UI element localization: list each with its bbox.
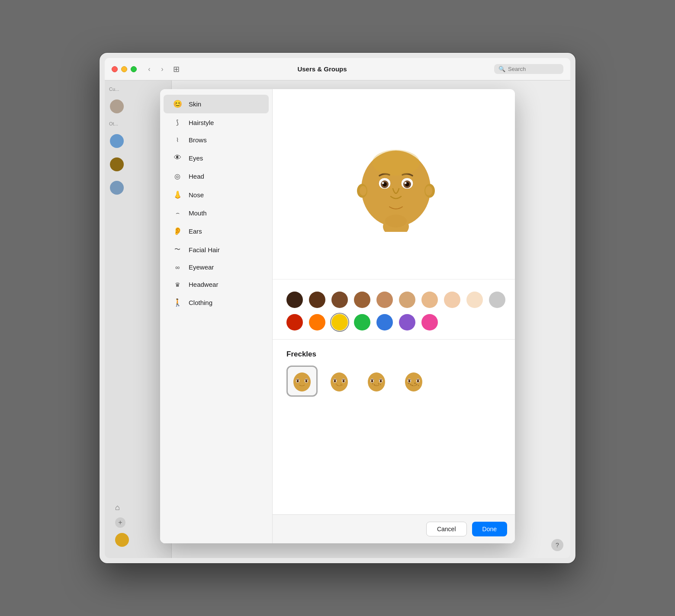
brows-icon: ⌇ [172, 137, 183, 143]
color-swatch-c7[interactable] [421, 292, 438, 308]
category-eyewear[interactable]: ∞ Eyewear [164, 259, 269, 276]
titlebar: ‹ › ⊞ Users & Groups 🔍 [105, 58, 570, 80]
svg-point-36 [380, 380, 382, 382]
color-swatch-c3[interactable] [331, 292, 348, 308]
category-nose[interactable]: 👃 Nose [164, 186, 269, 204]
svg-point-21 [297, 380, 299, 382]
svg-point-18 [293, 372, 311, 391]
color-grid [286, 292, 505, 330]
freckle-option-0[interactable] [286, 366, 318, 397]
color-swatch-c9[interactable] [466, 292, 483, 308]
svg-point-5 [425, 186, 432, 196]
svg-point-26 [334, 380, 336, 382]
color-row-2 [286, 314, 505, 330]
svg-point-27 [343, 380, 345, 382]
category-mouth[interactable]: ⌢ Mouth [164, 205, 269, 221]
search-input[interactable] [508, 66, 559, 72]
done-button[interactable]: Done [472, 522, 507, 536]
svg-point-30 [341, 384, 341, 385]
color-swatch-r3[interactable] [331, 314, 348, 330]
category-skin[interactable]: 😊 Skin [164, 95, 269, 113]
modal-overlay: 😊 Skin ⟆ Hairstyle ⌇ Brows 👁 [105, 80, 570, 558]
maximize-button[interactable] [131, 66, 137, 72]
freckle-option-1[interactable] [324, 366, 355, 397]
freckles-title: Freckles [286, 350, 505, 359]
svg-point-42 [405, 372, 422, 391]
color-swatch-r6[interactable] [399, 314, 415, 330]
color-swatch-r2[interactable] [309, 314, 325, 330]
svg-point-50 [414, 382, 416, 384]
svg-point-32 [368, 372, 385, 391]
color-swatch-r4[interactable] [354, 314, 370, 330]
category-head[interactable]: ◎ Head [164, 167, 269, 185]
category-brows[interactable]: ⌇ Brows [164, 132, 269, 148]
color-swatch-c1[interactable] [286, 292, 303, 308]
svg-point-23 [331, 372, 348, 391]
headwear-icon: ♛ [172, 281, 183, 288]
avatar-preview [273, 89, 515, 279]
svg-point-13 [405, 182, 407, 184]
color-swatch-r1[interactable] [286, 314, 303, 330]
minimize-button[interactable] [121, 66, 127, 72]
category-hairstyle[interactable]: ⟆ Hairstyle [164, 114, 269, 131]
traffic-lights [112, 66, 137, 72]
svg-point-22 [305, 380, 308, 382]
color-swatch-r5[interactable] [376, 314, 393, 330]
mouth-icon: ⌢ [172, 209, 183, 217]
modal-footer: Cancel Done [273, 514, 515, 543]
right-panel: Freckles [273, 89, 515, 543]
hairstyle-icon: ⟆ [172, 119, 183, 126]
category-ears[interactable]: 👂 Ears [164, 222, 269, 241]
colors-section [273, 279, 515, 340]
svg-point-16 [372, 150, 420, 176]
category-eyes[interactable]: 👁 Eyes [164, 149, 269, 167]
color-swatch-c8[interactable] [444, 292, 460, 308]
svg-point-35 [371, 380, 373, 382]
svg-point-3 [360, 186, 366, 196]
color-swatch-c4[interactable] [354, 292, 370, 308]
svg-point-29 [337, 385, 338, 385]
freckles-row [286, 366, 505, 397]
freckle-option-3[interactable] [398, 366, 429, 397]
window-title: Users & Groups [150, 65, 494, 73]
search-icon: 🔍 [498, 66, 505, 72]
svg-point-39 [376, 385, 376, 385]
color-swatch-c10[interactable] [489, 292, 505, 308]
facial-hair-icon: 〜 [172, 246, 183, 253]
window-inner: ‹ › ⊞ Users & Groups 🔍 Cu... Ot... [105, 58, 570, 558]
content-area: Cu... Ot... ⌂ + [105, 80, 570, 558]
svg-point-49 [412, 385, 413, 386]
svg-point-12 [382, 182, 384, 184]
svg-point-40 [378, 383, 379, 385]
close-button[interactable] [112, 66, 118, 72]
color-swatch-r7[interactable] [421, 314, 438, 330]
freckle-option-2[interactable] [361, 366, 392, 397]
category-headwear[interactable]: ♛ Headwear [164, 276, 269, 293]
svg-point-31 [342, 385, 343, 385]
search-box: 🔍 [494, 64, 563, 74]
clothing-icon: 🚶 [172, 298, 183, 307]
mac-window: ‹ › ⊞ Users & Groups 🔍 Cu... Ot... [100, 53, 575, 563]
category-facial-hair[interactable]: 〜 Facial Hair [164, 241, 269, 258]
svg-point-47 [408, 382, 410, 384]
help-button[interactable]: ? [551, 539, 563, 551]
svg-point-17 [385, 215, 407, 228]
svg-point-37 [372, 383, 373, 385]
svg-point-51 [416, 384, 418, 385]
skin-icon: 😊 [172, 99, 183, 109]
eyes-icon: 👁 [172, 154, 183, 162]
freckles-section: Freckles [273, 340, 515, 514]
svg-point-41 [380, 384, 381, 385]
modal: 😊 Skin ⟆ Hairstyle ⌇ Brows 👁 [160, 89, 515, 543]
svg-point-52 [418, 385, 419, 386]
color-row-1 [286, 292, 505, 308]
svg-point-48 [410, 384, 411, 385]
svg-point-45 [408, 380, 411, 382]
color-swatch-c6[interactable] [399, 292, 415, 308]
color-swatch-c2[interactable] [309, 292, 325, 308]
cancel-button[interactable]: Cancel [426, 522, 467, 536]
nose-icon: 👃 [172, 190, 183, 199]
color-swatch-c5[interactable] [376, 292, 393, 308]
eyewear-icon: ∞ [172, 264, 183, 271]
category-clothing[interactable]: 🚶 Clothing [164, 293, 269, 312]
